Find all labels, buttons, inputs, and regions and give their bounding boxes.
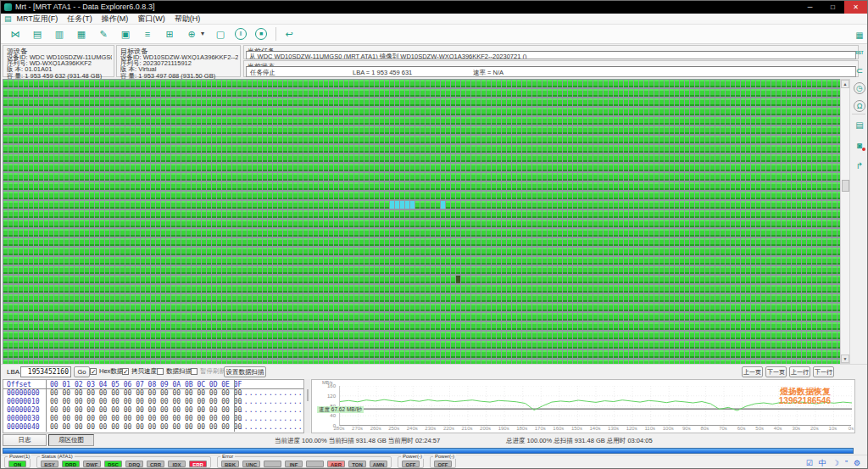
sector-cell-special[interactable] xyxy=(410,201,415,209)
sector-cell-special[interactable] xyxy=(390,201,394,209)
copy-task-icon[interactable]: ▤ xyxy=(30,27,45,42)
checkbox-label: 拷贝速度 xyxy=(131,367,157,376)
x-tick-label: 140s xyxy=(587,426,604,431)
x-tick-label: 190s xyxy=(495,426,512,431)
lba-control-bar: LBA Go ✓Hex数据✓拷贝速度数据扫描暂停刷新 设置数据扫描 上一页下一页… xyxy=(1,364,867,379)
current-rate-text: 速率 = N/A xyxy=(473,69,504,77)
hex-viewer[interactable]: Offset00 01 02 03 04 05 06 07 08 09 0A 0… xyxy=(3,379,304,433)
sector-cell-special[interactable] xyxy=(400,201,404,209)
checkbox-box[interactable]: ✓ xyxy=(90,368,97,375)
checkbox-box[interactable]: ✓ xyxy=(122,368,129,375)
checkbox-box[interactable] xyxy=(157,368,164,375)
close-button[interactable]: ✕ xyxy=(844,1,867,14)
menu-item[interactable]: 操作(M) xyxy=(102,14,129,25)
current-task-text: 从 WDC WD10SDZW-11UMGS0 (MRT ATA1) 镜像到 WD… xyxy=(249,53,526,59)
scan-icon[interactable]: ⊕ xyxy=(184,27,199,42)
led-idx: IDX xyxy=(168,461,186,467)
task-list-icon[interactable]: ▥ xyxy=(52,27,67,42)
nav-button-3[interactable]: 上一行 xyxy=(789,366,810,377)
bottom-tabs-row: 日志 扇区位图 当前进度 100.00% 当前扫描 931.48 GB 当前用时… xyxy=(1,434,867,447)
connect-device-icon[interactable]: ⋈ xyxy=(8,27,23,42)
go-button[interactable]: Go xyxy=(74,366,90,377)
alarm-bell-icon[interactable]: Ω xyxy=(854,100,865,112)
hex-offset: 00000040 xyxy=(3,423,46,432)
device-info-value: WDC WD10SDZW-11UMGS0 xyxy=(30,54,112,60)
scrollbar-thumb[interactable] xyxy=(842,180,849,192)
moon-icon[interactable]: ☽ xyxy=(832,458,839,468)
sector-cell-special[interactable] xyxy=(456,276,460,283)
set-data-scan-button[interactable]: 设置数据扫描 xyxy=(224,366,266,377)
script-page-icon[interactable]: ▢ xyxy=(213,27,228,42)
hex-offset: 00000030 xyxy=(3,415,46,423)
checkbox-2[interactable]: ✓拷贝速度 xyxy=(122,367,157,376)
doc-scan-icon[interactable]: ▤ xyxy=(853,119,866,132)
hex-row: 0000000000 00 00 00 00 00 00 00 00 00 00… xyxy=(3,389,303,398)
led-dwf: DWF xyxy=(83,461,101,467)
map-scrollbar[interactable]: ▲ ▼ xyxy=(840,79,850,364)
stop-icon[interactable]: ■ xyxy=(255,28,267,40)
checkbox-1[interactable]: ✓Hex数据 xyxy=(90,367,123,376)
device-info-value: 1 953 459 632 (931.48 GB) xyxy=(25,73,102,79)
led-bsy: BSY xyxy=(41,461,58,467)
maximize-button[interactable]: □ xyxy=(821,1,844,14)
settings-gear-icon[interactable]: ⚙ xyxy=(854,458,860,468)
x-tick-label: 150s xyxy=(568,426,585,431)
menu-item[interactable]: MRT应用(F) xyxy=(17,14,58,25)
hex-row: 0000004000 00 00 00 00 00 00 00 00 00 00… xyxy=(3,423,303,432)
led-crr: CRR xyxy=(147,461,164,467)
quote-icon[interactable]: ” xyxy=(845,458,848,468)
share-arrow-icon[interactable]: ↱ xyxy=(853,159,866,173)
task-tree-icon[interactable]: ≡ xyxy=(140,27,155,42)
sector-cell-special[interactable] xyxy=(441,201,445,209)
nav-button-2[interactable]: 下一页 xyxy=(765,366,787,377)
timer-icon[interactable]: ◷ xyxy=(854,82,865,94)
window-grid-icon[interactable]: ⊞ xyxy=(162,27,177,42)
edit-icon[interactable]: ✎ xyxy=(96,27,111,42)
nav-button-1[interactable]: 上一页 xyxy=(742,366,763,377)
led-blank xyxy=(264,461,281,467)
total-progress-text: 总进度 100.00% 总扫描 931.48 GB 总用时 03:04:05 xyxy=(506,437,653,445)
scroll-up-arrow-icon[interactable]: ▲ xyxy=(841,80,849,88)
menu-item[interactable]: 窗口(W) xyxy=(137,14,165,25)
back-icon[interactable]: ↩ xyxy=(281,27,297,42)
sector-map-grid[interactable] xyxy=(3,79,840,364)
tab-log[interactable]: 日志 xyxy=(3,434,47,446)
checkbox-3[interactable]: 数据扫描 xyxy=(157,367,192,376)
nav-button-4[interactable]: 下一行 xyxy=(813,366,834,377)
toolbar-separator xyxy=(275,27,276,41)
sector-cell-special[interactable] xyxy=(405,201,409,209)
source-device-panel: 源设备 设备ID: WDC WD10SDZW-11UMGS0序列号: WD-WX… xyxy=(3,45,114,77)
menu-item[interactable]: 帮助(H) xyxy=(175,14,201,25)
led-inf: INF xyxy=(285,461,303,467)
checkbox-4[interactable]: 暂停刷新 xyxy=(191,367,225,376)
pause-icon[interactable]: ‖ xyxy=(235,28,247,40)
splitter-handle[interactable] xyxy=(305,379,310,433)
hex-bytes: 00 00 00 00 00 00 00 00 00 00 00 00 00 0… xyxy=(46,398,234,406)
camera-icon[interactable]: ◙ xyxy=(853,139,866,153)
clamp-icon[interactable]: ⊂ xyxy=(853,64,866,78)
report-icon[interactable]: ▦ xyxy=(74,27,89,42)
checkbox-box[interactable] xyxy=(191,368,198,375)
task-check-icon[interactable]: ☑ xyxy=(806,458,813,468)
led-on: ON xyxy=(8,461,26,467)
device-info-row: 容 量: 1 953 497 088 (931.50 GB) xyxy=(120,73,238,79)
scan-dropdown-arrow-icon[interactable]: ▾ xyxy=(199,27,206,42)
right-toolbar-divider xyxy=(852,114,865,114)
lba-input[interactable] xyxy=(20,366,71,377)
save-icon[interactable]: ▣ xyxy=(118,27,133,42)
rst-icon[interactable]: RST xyxy=(853,47,866,60)
y-tick-label: 40 xyxy=(314,413,336,418)
x-tick-label: 60s xyxy=(733,426,750,431)
tab-sector-bitmap[interactable]: 扇区位图 xyxy=(48,434,94,446)
ime-chinese-icon[interactable]: 中 xyxy=(819,458,826,468)
menu-item[interactable]: 任务(T) xyxy=(67,14,92,25)
scroll-down-arrow-icon[interactable]: ▼ xyxy=(841,355,849,363)
device-info-value: 1 953 497 088 (931.50 GB) xyxy=(138,73,215,79)
sector-cell-special[interactable] xyxy=(395,201,399,209)
watermark-phone: 13962186546 xyxy=(779,396,831,405)
x-tick-label: 130s xyxy=(605,426,622,431)
minimize-button[interactable]: ─ xyxy=(798,1,821,14)
led-bbk: BBK xyxy=(221,461,239,467)
led-panel-icon[interactable]: ▦ xyxy=(853,29,866,42)
device-info-row: 序列号: WD-WXQ1A396KKF2 xyxy=(7,60,112,66)
